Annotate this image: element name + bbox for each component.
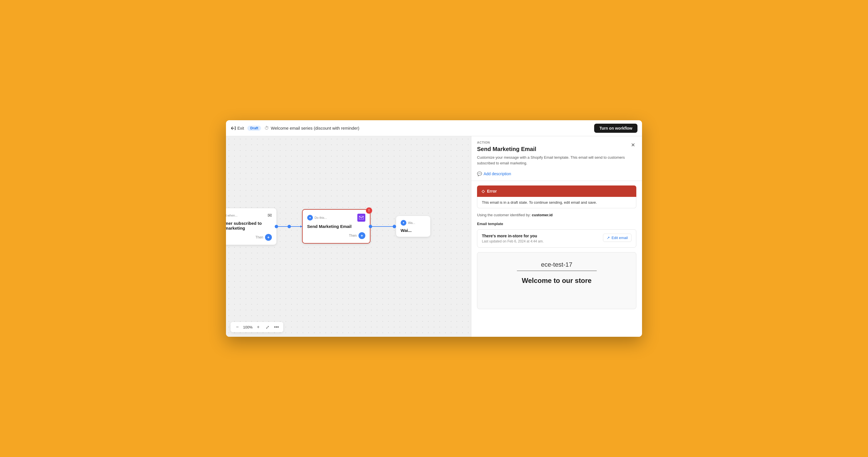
trigger-node-header: Start when... ✉ [226,212,272,219]
template-name: There's more in-store for you [482,234,544,238]
app-window: Exit Draft ⏱ Welcome email series (disco… [226,120,642,337]
add-description-icon: 💬 [477,171,482,176]
email-template-label: Email template [477,222,636,226]
add-description-label: Add description [484,171,511,176]
envelope-icon: ✉ [268,212,272,219]
svg-point-7 [393,225,396,228]
svg-rect-5 [359,216,364,219]
connector-1 [276,218,302,235]
trigger-label-container: Start when... [226,213,238,218]
svg-point-6 [369,225,372,228]
email-preview-divider [517,271,597,271]
panel-action-label: ACTION [477,141,536,144]
panel-header: ACTION Send Marketing Email ✕ [471,136,642,153]
marketing-email-icon [358,214,365,222]
wait-node-label: Wa... [408,221,415,225]
error-section: ◇ Error This email is in a draft state. … [477,186,636,208]
panel-header-left: ACTION Send Marketing Email [477,141,536,153]
edit-email-button[interactable]: ↗ Edit email [603,234,631,242]
trigger-node[interactable]: Start when... ✉ Customer subscribed to e… [226,208,276,245]
action-node-label: Do this... [315,216,327,219]
svg-point-1 [275,225,278,228]
trigger-node-label: Start when... [226,214,238,217]
workflow-canvas[interactable]: Start when... ✉ Customer subscribed to e… [226,136,471,337]
wait-label-container: Wa... [401,220,415,226]
error-diamond-icon: ◇ [482,189,485,193]
action-node[interactable]: ! Do this... [302,209,370,243]
trigger-add-button[interactable]: + [265,234,272,241]
wait-circle-icon [401,220,406,226]
customer-identified-value: customer.id [532,213,553,217]
error-label: Error [487,189,497,193]
email-preview: ece-test-17 Welcome to our store [477,252,636,309]
workflow-nodes: Start when... ✉ Customer subscribed to e… [226,208,430,245]
zoom-out-button[interactable]: − [234,324,241,330]
more-options-button[interactable]: ••• [273,324,280,330]
template-info: There's more in-store for you Last updat… [482,234,544,243]
header-title: ⏱ Welcome email series (discount with re… [265,126,591,131]
connector-svg-2 [370,218,396,235]
edit-email-label: Edit email [612,236,628,240]
panel-description: Customize your message with a Shopify Em… [471,153,642,170]
main-content: Start when... ✉ Customer subscribed to e… [226,136,642,337]
zoom-in-button[interactable]: + [255,324,261,330]
exit-icon [230,126,236,131]
svg-point-4 [309,217,311,218]
exit-button[interactable]: Exit [230,126,244,131]
connector-2 [370,218,396,235]
trigger-node-footer: Then + [226,234,272,241]
error-body: This email is in a draft state. To conti… [477,197,636,208]
trigger-then-label: Then [255,235,263,239]
connector-svg-1 [276,218,302,235]
template-date: Last updated on Feb 6, 2024 at 4:44 am. [482,239,544,243]
action-node-footer: Then + [307,232,365,239]
action-then-label: Then [349,234,356,238]
clock-icon: ⏱ [265,126,269,131]
add-description-button[interactable]: 💬 Add description [471,170,517,181]
wait-node-title: Wai... [401,228,426,233]
customer-identified-prefix: Using the customer identified by: [477,213,532,217]
action-node-header: Do this... [307,214,365,222]
fit-view-button[interactable]: ⤢ [264,324,271,330]
trigger-node-title: Customer subscribed to email marketing [226,221,272,230]
draft-badge: Draft [247,126,261,131]
action-node-title: Send Marketing Email [307,224,365,229]
wait-node[interactable]: Wa... Wai... [396,216,430,237]
workflow-title: Welcome email series (discount with remi… [271,126,359,130]
svg-point-8 [403,222,404,223]
email-preview-heading: Welcome to our store [522,276,592,285]
canvas-controls: − 100% + ⤢ ••• [230,322,283,332]
header: Exit Draft ⏱ Welcome email series (disco… [226,120,642,136]
action-label-container: Do this... [307,215,327,221]
customer-identified-section: Using the customer identified by: custom… [471,213,642,222]
turn-on-workflow-button[interactable]: Turn on workflow [594,124,638,133]
edit-email-icon: ↗ [607,236,610,240]
zoom-label: 100% [243,325,252,329]
exit-label: Exit [237,126,244,130]
panel-close-button[interactable]: ✕ [630,141,636,149]
template-card: There's more in-store for you Last updat… [477,229,636,248]
error-badge: ! [366,207,372,214]
email-template-section: Email template There's more in-store for… [471,222,642,252]
wait-node-header: Wa... [401,220,426,226]
right-panel: ACTION Send Marketing Email ✕ Customize … [471,136,642,337]
error-header: ◇ Error [477,186,636,197]
panel-title: Send Marketing Email [477,146,536,153]
action-add-button[interactable]: + [359,232,365,239]
panel-divider [471,181,642,181]
email-preview-store-name: ece-test-17 [541,261,572,268]
action-circle-icon [307,215,313,221]
error-message: This email is in a draft state. To conti… [482,200,597,204]
